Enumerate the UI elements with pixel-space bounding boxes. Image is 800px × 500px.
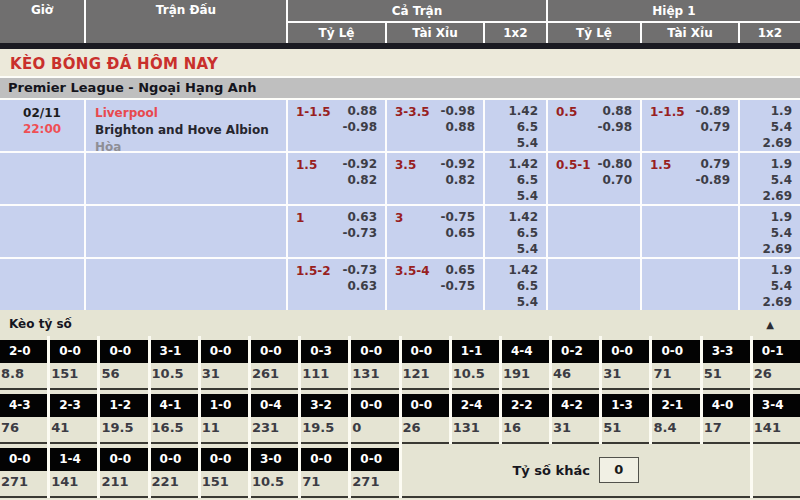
match-teams[interactable] — [86, 206, 286, 257]
score-odds-cell[interactable]: 3-0 10.5 — [251, 444, 298, 498]
odd-value[interactable]: 0.70 — [597, 172, 632, 188]
odd-value[interactable]: 0.63 — [342, 209, 377, 225]
score-odd-value[interactable]: 56 — [100, 363, 147, 381]
score-odds-cell[interactable]: 3-2 19.5 — [301, 390, 348, 444]
score-odds-cell[interactable]: 0-0 261 — [251, 336, 298, 390]
odd-value[interactable]: 0.79 — [695, 156, 730, 172]
score-odds-cell[interactable]: 1-4 141 — [50, 444, 97, 498]
match-teams[interactable] — [86, 153, 286, 204]
score-odds-cell[interactable]: 3-1 10.5 — [151, 336, 198, 390]
away-team[interactable]: Brighton and Hove Albion — [95, 122, 286, 139]
h1-handicap-cell[interactable]: 0.5 0.88-0.98 — [548, 100, 640, 151]
score-odd-value[interactable]: 11 — [201, 417, 248, 435]
score-odd-value[interactable]: 19.5 — [301, 417, 348, 435]
score-odds-cell[interactable]: 0-0 121 — [402, 336, 449, 390]
odd-value[interactable]: 1.9 — [762, 209, 792, 225]
score-odds-cell[interactable]: 0-0 71 — [301, 444, 348, 498]
odd-value[interactable]: 1.42 — [508, 103, 538, 119]
ft-handicap-cell[interactable]: 1 0.63-0.73 — [288, 206, 385, 257]
score-odd-value[interactable]: 10.5 — [251, 471, 298, 489]
ft-overunder-cell[interactable]: 3.5-4 0.65-0.75 — [387, 259, 483, 310]
odd-value[interactable]: 5.4 — [508, 241, 538, 257]
score-odds-cell[interactable]: 0-0 211 — [100, 444, 147, 498]
odd-value[interactable]: 1.9 — [762, 156, 792, 172]
match-teams[interactable] — [86, 259, 286, 310]
score-odds-cell[interactable]: 0-0 26 — [402, 390, 449, 444]
score-odds-cell[interactable]: 0-0 56 — [100, 336, 147, 390]
odd-value[interactable]: -0.98 — [440, 103, 475, 119]
score-odd-value[interactable]: 141 — [753, 417, 800, 435]
score-odds-cell[interactable]: 3-3 51 — [703, 336, 750, 390]
ft-handicap-cell[interactable]: 1.5 -0.920.82 — [288, 153, 385, 204]
score-odd-value[interactable]: 131 — [351, 363, 398, 381]
score-odds-cell[interactable]: 2-1 8.4 — [652, 390, 699, 444]
score-odd-value[interactable]: 41 — [50, 417, 97, 435]
odd-value[interactable]: 6.5 — [508, 172, 538, 188]
score-odds-cell[interactable]: 4-2 31 — [552, 390, 599, 444]
score-odd-value[interactable]: 26 — [402, 417, 449, 435]
score-odd-value[interactable]: 151 — [201, 471, 248, 489]
score-odd-value[interactable]: 0 — [351, 417, 398, 435]
ft-handicap-cell[interactable]: 1.5-2 -0.730.63 — [288, 259, 385, 310]
score-odds-cell[interactable]: 0-3 111 — [301, 336, 348, 390]
odd-value[interactable]: -0.98 — [342, 119, 377, 135]
odd-value[interactable]: -0.75 — [440, 278, 475, 294]
score-odd-value[interactable]: 16.5 — [151, 417, 198, 435]
odd-value[interactable]: 6.5 — [508, 225, 538, 241]
odd-value[interactable]: 5.4 — [762, 225, 792, 241]
h1-1x2-cell[interactable]: 1.95.42.69 — [740, 153, 800, 204]
odd-value[interactable]: -0.80 — [597, 156, 632, 172]
odd-value[interactable]: 5.4 — [508, 294, 538, 310]
score-odd-value[interactable]: 16 — [502, 417, 549, 435]
odd-value[interactable]: -0.73 — [342, 262, 377, 278]
score-odds-cell[interactable]: 0-0 151 — [50, 336, 97, 390]
ft-overunder-cell[interactable]: 3-3.5 -0.980.88 — [387, 100, 483, 151]
score-odd-value[interactable]: 191 — [502, 363, 549, 381]
score-odd-value[interactable]: 31 — [201, 363, 248, 381]
score-odds-cell[interactable]: 1-0 11 — [201, 390, 248, 444]
score-odd-value[interactable]: 271 — [0, 471, 47, 489]
odd-value[interactable]: 2.69 — [762, 135, 792, 151]
score-odd-value[interactable]: 51 — [602, 417, 649, 435]
score-odd-value[interactable]: 151 — [50, 363, 97, 381]
score-odds-cell[interactable]: 4-3 76 — [0, 390, 47, 444]
odd-value[interactable]: 0.79 — [695, 119, 730, 135]
score-odd-value[interactable]: 31 — [552, 417, 599, 435]
h1-overunder-cell[interactable] — [642, 206, 738, 257]
score-odd-value[interactable]: 121 — [402, 363, 449, 381]
score-odd-value[interactable]: 211 — [100, 471, 147, 489]
score-odds-cell[interactable]: 1-2 19.5 — [100, 390, 147, 444]
collapse-icon[interactable]: ▲ — [766, 319, 774, 330]
score-odd-value[interactable]: 261 — [251, 363, 298, 381]
odd-value[interactable]: 0.82 — [440, 172, 475, 188]
odd-value[interactable]: 2.69 — [762, 188, 792, 204]
score-odds-cell[interactable]: 1-3 51 — [602, 390, 649, 444]
score-odds-cell[interactable]: 0-0 31 — [201, 336, 248, 390]
score-odd-value[interactable]: 71 — [652, 363, 699, 381]
score-odd-value[interactable]: 10.5 — [452, 363, 499, 381]
odd-value[interactable]: 0.65 — [440, 225, 475, 241]
score-odd-value[interactable]: 141 — [50, 471, 97, 489]
score-odds-cell[interactable]: 0-0 0 — [351, 390, 398, 444]
score-odds-cell[interactable]: 2-0 8.8 — [0, 336, 47, 390]
ft-1x2-cell[interactable]: 1.426.55.4 — [485, 259, 546, 310]
score-odd-value[interactable]: 31 — [602, 363, 649, 381]
odd-value[interactable]: 6.5 — [508, 119, 538, 135]
ft-handicap-cell[interactable]: 1-1.5 0.88-0.98 — [288, 100, 385, 151]
odd-value[interactable]: -0.92 — [440, 156, 475, 172]
odd-value[interactable]: 5.4 — [762, 119, 792, 135]
score-odds-cell[interactable]: 0-0 271 — [351, 444, 398, 498]
score-odd-value[interactable]: 131 — [452, 417, 499, 435]
score-odd-value[interactable]: 111 — [301, 363, 348, 381]
ft-overunder-cell[interactable]: 3.5 -0.920.82 — [387, 153, 483, 204]
odd-value[interactable]: 0.63 — [342, 278, 377, 294]
score-odd-value[interactable]: 19.5 — [100, 417, 147, 435]
odd-value[interactable]: 5.4 — [762, 278, 792, 294]
score-odd-value[interactable]: 8.4 — [652, 417, 699, 435]
ft-overunder-cell[interactable]: 3 -0.750.65 — [387, 206, 483, 257]
score-odds-cell[interactable]: 4-0 17 — [703, 390, 750, 444]
odd-value[interactable]: 0.88 — [440, 119, 475, 135]
odd-value[interactable]: -0.92 — [342, 156, 377, 172]
odd-value[interactable]: 5.4 — [508, 188, 538, 204]
score-odd-value[interactable]: 231 — [251, 417, 298, 435]
